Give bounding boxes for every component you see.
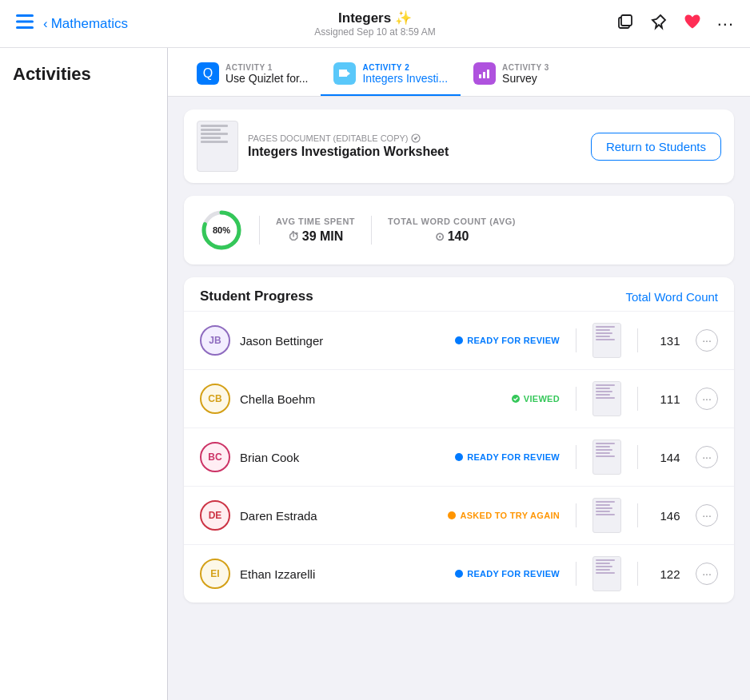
col-divider-2b [637, 445, 638, 469]
student-doc-thumb-4[interactable] [592, 556, 621, 591]
student-doc-thumb-1[interactable] [592, 381, 621, 416]
avg-time-value: ⏱ 39 MIN [288, 229, 344, 244]
activity-tab-3[interactable]: ACTIVITY 3 Survey [461, 54, 572, 96]
col-divider-3b [637, 503, 638, 527]
col-divider-1b [637, 387, 638, 411]
svg-point-12 [512, 395, 520, 403]
doc-thumbnail [197, 121, 238, 172]
activity-3-label: ACTIVITY 3 [502, 63, 549, 72]
back-chevron-icon: ‹ [43, 16, 48, 32]
page-title: Integers ✨ [176, 10, 574, 26]
word-count-1: 111 [654, 392, 686, 406]
student-doc-thumb-3[interactable] [592, 498, 621, 533]
doc-line-3 [201, 133, 228, 135]
activity-3-name: Survey [502, 72, 549, 85]
document-info: PAGES DOCUMENT (EDITABLE COPY) Integers … [197, 121, 449, 172]
more-button-3[interactable]: ··· [696, 504, 718, 527]
more-button-1[interactable]: ··· [696, 388, 718, 410]
student-name-4: Ethan Izzarelli [240, 567, 352, 581]
col-divider-1 [576, 387, 576, 411]
student-status-0: READY FOR REVIEW 131 [352, 323, 718, 358]
status-badge-1: VIEWED [511, 394, 560, 404]
avatar-3: DE [200, 500, 230, 531]
progress-percent: 80% [213, 225, 230, 235]
student-name-1: Chella Boehm [240, 392, 352, 406]
svg-rect-5 [479, 74, 481, 78]
activities-tabs: Q ACTIVITY 1 Use Quizlet for... [184, 54, 734, 96]
activity-1-label: ACTIVITY 1 [225, 63, 308, 72]
header-actions: ··· [574, 13, 734, 34]
status-badge-4: READY FOR REVIEW [454, 569, 560, 579]
col-divider-4 [576, 562, 576, 586]
word-count-column-label: Total Word Count [625, 290, 718, 304]
clock-icon: ⏱ [288, 230, 299, 243]
stat-divider-2 [371, 216, 372, 245]
student-progress-section: Student Progress Total Word Count JB Jas… [184, 277, 734, 603]
col-divider-3 [576, 503, 576, 527]
doc-line-2 [201, 129, 221, 131]
header-left: ‹ Mathematics [16, 14, 176, 33]
svg-point-15 [455, 570, 463, 578]
activity-1-name: Use Quizlet for... [225, 72, 308, 85]
activity-3-icon [473, 62, 496, 85]
status-badge-2: READY FOR REVIEW [454, 452, 560, 462]
pin-icon[interactable] [650, 13, 668, 34]
avatar-1: CB [200, 384, 230, 414]
student-row-2: BC Brian Cook READY FOR REVIEW [184, 428, 734, 487]
col-divider-0 [576, 328, 576, 352]
avatar-4: EI [200, 559, 230, 589]
doc-line-5 [201, 141, 228, 143]
word-count-label: TOTAL WORD COUNT (AVG) [388, 217, 516, 226]
col-divider-2 [576, 445, 576, 469]
header-center: Integers ✨ Assigned Sep 10 at 8:59 AM [176, 10, 574, 38]
vertical-divider [167, 48, 168, 700]
student-row-1: CB Chella Boehm VIEWED [184, 370, 734, 428]
doc-type-label: PAGES DOCUMENT (EDITABLE COPY) [248, 133, 449, 143]
more-options-icon[interactable]: ··· [717, 14, 734, 34]
activity-tab-2[interactable]: ACTIVITY 2 Integers Investi... [321, 54, 461, 96]
svg-point-14 [448, 511, 456, 519]
heart-icon[interactable] [684, 14, 701, 34]
progress-section-title: Student Progress [200, 288, 313, 304]
activities-bar: Q ACTIVITY 1 Use Quizlet for... [168, 48, 750, 97]
stat-divider-1 [259, 216, 260, 245]
activity-2-name: Integers Investi... [362, 72, 448, 85]
svg-rect-2 [16, 26, 34, 29]
progress-circle: 80% [200, 209, 243, 252]
student-status-4: READY FOR REVIEW 122 [352, 556, 718, 591]
student-row-0: JB Jason Bettinger READY FOR REVIEW [184, 312, 734, 370]
more-button-0[interactable]: ··· [696, 329, 718, 352]
col-divider-0b [637, 328, 638, 352]
svg-rect-0 [16, 14, 34, 17]
back-button[interactable]: ‹ Mathematics [43, 16, 128, 32]
document-card: PAGES DOCUMENT (EDITABLE COPY) Integers … [184, 109, 734, 183]
stats-row: 80% AVG TIME SPENT ⏱ 39 MIN TOTAL WORD C… [184, 196, 734, 264]
avatar-0: JB [200, 325, 230, 356]
status-badge-0: READY FOR REVIEW [454, 336, 560, 345]
student-name-2: Brian Cook [240, 451, 352, 464]
return-to-students-button[interactable]: Return to Students [591, 133, 721, 161]
more-button-2[interactable]: ··· [696, 446, 718, 468]
student-status-2: READY FOR REVIEW 144 [352, 439, 718, 475]
doc-title: Integers Investigation Worksheet [248, 145, 449, 159]
activity-tab-1[interactable]: Q ACTIVITY 1 Use Quizlet for... [184, 54, 321, 96]
word-count-2: 144 [654, 451, 686, 464]
progress-header: Student Progress Total Word Count [184, 277, 734, 312]
body: Activities Q ACTIVITY 1 Use Quizlet for.… [0, 48, 750, 700]
word-count-4: 122 [654, 567, 686, 581]
page-subtitle: Assigned Sep 10 at 8:59 AM [176, 26, 574, 38]
avg-time-stat: AVG TIME SPENT ⏱ 39 MIN [276, 217, 355, 244]
more-button-4[interactable]: ··· [696, 563, 718, 585]
doc-line-1 [201, 125, 228, 127]
copy-icon[interactable] [616, 13, 634, 34]
student-doc-thumb-2[interactable] [592, 439, 621, 475]
sidebar: Activities [0, 48, 168, 700]
svg-point-13 [455, 453, 463, 461]
sidebar-toggle-icon[interactable] [16, 14, 34, 33]
word-count-3: 146 [654, 509, 686, 523]
col-divider-4b [637, 562, 638, 586]
student-doc-thumb-0[interactable] [592, 323, 621, 358]
svg-rect-1 [16, 21, 34, 23]
word-count-stat: TOTAL WORD COUNT (AVG) ⊙ 140 [388, 217, 516, 244]
avatar-2: BC [200, 442, 230, 472]
